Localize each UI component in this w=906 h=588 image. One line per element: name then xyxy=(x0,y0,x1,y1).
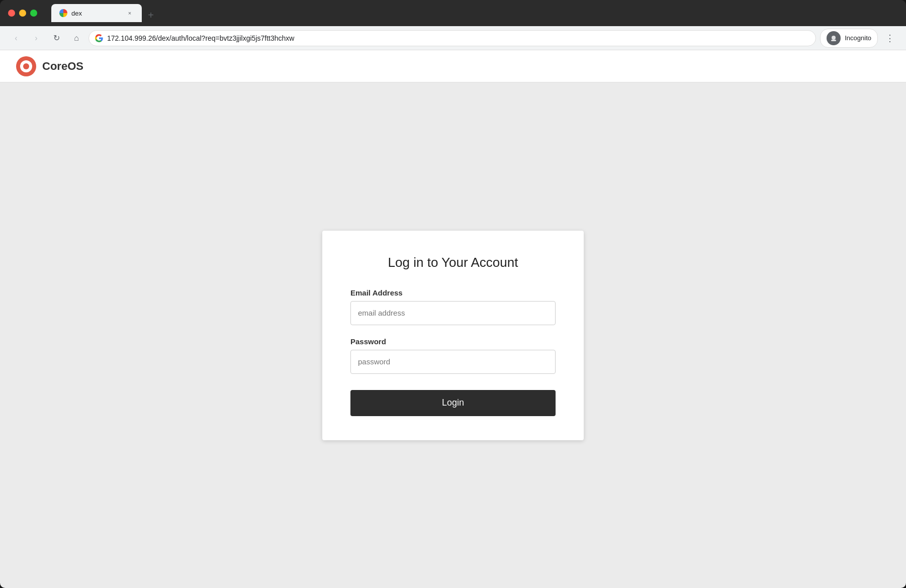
coreos-logo-icon xyxy=(16,56,36,76)
new-tab-button[interactable]: + xyxy=(144,8,158,22)
maximize-window-button[interactable] xyxy=(30,10,37,17)
logo-container: CoreOS xyxy=(16,56,83,76)
tab-favicon-icon xyxy=(59,9,67,17)
email-form-group: Email Address xyxy=(350,288,556,325)
google-icon xyxy=(95,34,103,42)
email-label: Email Address xyxy=(350,288,556,297)
password-input[interactable] xyxy=(350,350,556,374)
address-bar-container: ‹ › ↻ ⌂ 172.104.999.26/dex/auth/local?re… xyxy=(0,26,906,50)
incognito-label: Incognito xyxy=(845,34,871,42)
browser-window: dex × + ‹ › ↻ ⌂ 172.104.999.26/dex/auth/… xyxy=(0,0,906,588)
tab-close-button[interactable]: × xyxy=(126,9,134,17)
url-text: 172.104.999.26/dex/auth/local?req=bvtz3j… xyxy=(107,34,809,42)
title-bar: dex × + xyxy=(0,0,906,26)
svg-point-0 xyxy=(832,36,836,40)
traffic-lights xyxy=(8,10,37,17)
incognito-icon xyxy=(827,31,841,45)
main-content: Log in to Your Account Email Address Pas… xyxy=(0,82,906,588)
browser-menu-button[interactable]: ⋮ xyxy=(882,30,898,46)
forward-button[interactable]: › xyxy=(28,30,44,46)
back-button[interactable]: ‹ xyxy=(8,30,24,46)
tab-title: dex xyxy=(71,10,122,17)
browser-tab[interactable]: dex × xyxy=(51,4,142,22)
password-label: Password xyxy=(350,337,556,346)
reload-button[interactable]: ↻ xyxy=(48,30,64,46)
address-bar[interactable]: 172.104.999.26/dex/auth/local?req=bvtz3j… xyxy=(88,30,816,46)
login-button[interactable]: Login xyxy=(350,390,556,416)
password-form-group: Password xyxy=(350,337,556,374)
email-input[interactable] xyxy=(350,301,556,325)
login-title: Log in to Your Account xyxy=(350,255,556,270)
app-header: CoreOS xyxy=(0,50,906,82)
logo-text: CoreOS xyxy=(42,60,83,73)
minimize-window-button[interactable] xyxy=(19,10,26,17)
svg-rect-1 xyxy=(831,40,836,41)
svg-point-4 xyxy=(23,63,29,69)
close-window-button[interactable] xyxy=(8,10,15,17)
incognito-button[interactable]: Incognito xyxy=(820,29,878,48)
login-card: Log in to Your Account Email Address Pas… xyxy=(322,231,584,440)
page-content: CoreOS Log in to Your Account Email Addr… xyxy=(0,50,906,588)
home-button[interactable]: ⌂ xyxy=(68,30,84,46)
tab-bar: dex × + xyxy=(51,4,898,22)
